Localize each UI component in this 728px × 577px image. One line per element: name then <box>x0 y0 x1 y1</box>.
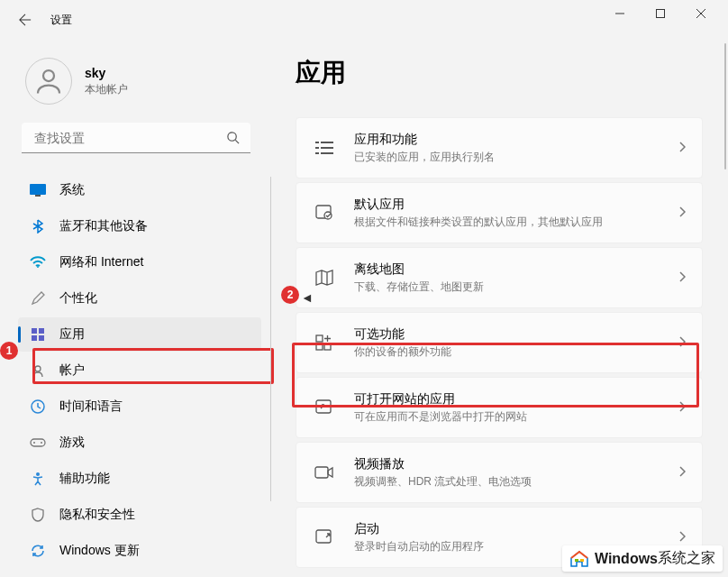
user-type: 本地帐户 <box>85 82 128 97</box>
user-section[interactable]: sky 本地帐户 <box>18 47 270 123</box>
sidebar-item-update[interactable]: Windows 更新 <box>18 534 261 568</box>
svg-rect-34 <box>575 559 578 562</box>
annotation-badge-1: 1 <box>0 342 18 360</box>
svg-rect-20 <box>315 142 319 143</box>
svg-rect-32 <box>315 467 328 478</box>
chevron-right-icon <box>678 399 686 416</box>
sidebar-item-label: 网络和 Internet <box>59 254 143 270</box>
svg-point-18 <box>41 442 42 444</box>
sidebar-item-label: 时间和语言 <box>59 398 123 415</box>
svg-rect-8 <box>35 195 41 197</box>
settings-item-offline-maps[interactable]: 离线地图 下载、存储位置、地图更新 <box>296 247 703 308</box>
default-apps-icon <box>313 205 336 221</box>
apps-icon <box>29 325 47 343</box>
scrollbar[interactable] <box>724 43 726 169</box>
chevron-right-icon <box>678 464 686 481</box>
page-title: 应用 <box>296 56 703 90</box>
svg-rect-12 <box>32 335 37 341</box>
settings-item-desc: 你的设备的额外功能 <box>354 344 678 360</box>
settings-item-desc: 根据文件和链接种类设置的默认应用，其他默认应用 <box>354 215 678 230</box>
sidebar: sky 本地帐户 系统 蓝牙和其他设备 网络和 Internet <box>0 40 270 577</box>
app-title: 设置 <box>50 13 72 28</box>
sidebar-item-label: 游戏 <box>59 435 85 451</box>
sidebar-item-gaming[interactable]: 游戏 <box>18 426 261 460</box>
settings-item-title: 默认应用 <box>354 197 678 213</box>
brush-icon <box>29 289 47 307</box>
settings-item-title: 可打开网站的应用 <box>354 391 678 408</box>
svg-rect-24 <box>315 152 319 154</box>
settings-item-title: 应用和功能 <box>354 132 678 148</box>
settings-item-desc: 已安装的应用，应用执行别名 <box>354 150 678 165</box>
svg-rect-23 <box>321 147 333 149</box>
maximize-icon <box>656 9 665 18</box>
chevron-right-icon <box>678 140 686 156</box>
watermark: Windows 系统之家 <box>562 545 723 572</box>
watermark-sub: 系统之家 <box>658 549 715 568</box>
settings-item-title: 离线地图 <box>354 261 678 278</box>
sidebar-item-accessibility[interactable]: 辅助功能 <box>18 462 261 496</box>
chevron-right-icon <box>678 529 686 545</box>
sidebar-item-personalization[interactable]: 个性化 <box>18 281 261 316</box>
svg-rect-30 <box>324 343 331 350</box>
maximize-button[interactable] <box>640 0 680 27</box>
settings-item-video[interactable]: 视频播放 视频调整、HDR 流式处理、电池选项 <box>296 442 703 503</box>
settings-item-desc: 下载、存储位置、地图更新 <box>354 279 678 295</box>
svg-rect-22 <box>315 147 319 149</box>
sidebar-item-system[interactable]: 系统 <box>18 173 261 207</box>
minimize-button[interactable] <box>599 0 640 27</box>
sidebar-item-time[interactable]: 时间和语言 <box>18 389 261 424</box>
list-icon <box>313 140 336 156</box>
display-icon <box>29 181 47 199</box>
svg-point-19 <box>36 472 40 476</box>
user-name: sky <box>85 66 128 80</box>
gamepad-icon <box>29 434 47 452</box>
svg-rect-25 <box>321 152 333 154</box>
sidebar-item-label: 帐户 <box>59 362 85 379</box>
close-button[interactable] <box>680 0 721 27</box>
clock-icon <box>29 398 47 416</box>
svg-rect-29 <box>316 343 323 350</box>
svg-rect-21 <box>321 142 333 143</box>
svg-rect-13 <box>39 335 44 341</box>
wifi-icon <box>29 253 47 271</box>
svg-rect-1 <box>656 10 664 18</box>
sidebar-item-label: 应用 <box>59 326 85 343</box>
sidebar-item-label: 个性化 <box>59 290 97 307</box>
settings-item-web-apps[interactable]: 可打开网站的应用 可在应用而不是浏览器中打开的网站 <box>296 377 703 438</box>
sidebar-item-bluetooth[interactable]: 蓝牙和其他设备 <box>18 209 261 243</box>
back-arrow-icon <box>19 14 32 26</box>
sidebar-item-apps[interactable]: 应用 <box>18 317 261 352</box>
sidebar-item-accounts[interactable]: 帐户 <box>18 353 261 388</box>
search-input[interactable] <box>22 123 250 153</box>
svg-rect-35 <box>580 559 584 562</box>
settings-item-apps-features[interactable]: 应用和功能 已安装的应用，应用执行别名 <box>296 117 703 179</box>
svg-line-6 <box>235 140 239 143</box>
startup-icon <box>313 529 336 545</box>
sidebar-item-privacy[interactable]: 隐私和安全性 <box>18 498 261 532</box>
back-button[interactable] <box>7 2 43 38</box>
sidebar-item-network[interactable]: 网络和 Internet <box>18 245 261 279</box>
settings-item-optional-features[interactable]: 可选功能 你的设备的额外功能 <box>296 312 703 373</box>
settings-item-title: 视频播放 <box>354 456 678 472</box>
watermark-brand: Windows <box>595 551 658 567</box>
settings-item-desc: 视频调整、HDR 流式处理、电池选项 <box>354 474 678 490</box>
chevron-right-icon <box>678 270 686 286</box>
map-icon <box>313 270 336 286</box>
accessibility-icon <box>29 470 47 488</box>
settings-item-title: 可选功能 <box>354 326 678 343</box>
sidebar-item-label: 隐私和安全性 <box>59 507 135 523</box>
bluetooth-icon <box>29 217 47 235</box>
svg-rect-28 <box>316 335 323 342</box>
chevron-right-icon <box>678 334 686 351</box>
settings-item-default-apps[interactable]: 默认应用 根据文件和链接种类设置的默认应用，其他默认应用 <box>296 182 703 243</box>
settings-item-title: 启动 <box>354 521 678 537</box>
account-icon <box>29 362 47 380</box>
chevron-right-icon <box>678 205 686 221</box>
main-content: 应用 应用和功能 已安装的应用，应用执行别名 默认应用 根据文件和链接种类设置的… <box>270 40 728 577</box>
close-icon <box>696 9 705 18</box>
sidebar-item-label: 辅助功能 <box>59 471 110 487</box>
svg-point-27 <box>324 212 332 219</box>
svg-point-14 <box>35 366 41 371</box>
svg-rect-7 <box>30 184 46 195</box>
svg-rect-33 <box>316 530 331 543</box>
